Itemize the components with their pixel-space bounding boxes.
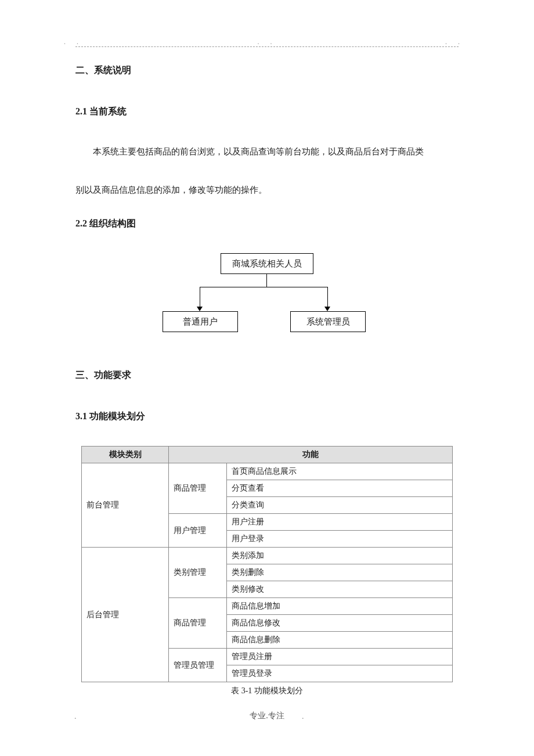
- org-line: [200, 287, 200, 308]
- arrow-icon: [197, 307, 203, 311]
- cell-func: 类别添加: [227, 548, 453, 564]
- heading-org-chart: 2.2 组织结构图: [75, 218, 459, 230]
- footer-text: 专业.专注: [0, 711, 534, 721]
- heading-func-req: 三、功能要求: [75, 369, 459, 381]
- cell-func: 用户登录: [227, 531, 453, 548]
- org-line: [200, 287, 327, 287]
- org-left-box: 普通用户: [163, 311, 238, 332]
- heading-func-modules: 3.1 功能模块划分: [75, 411, 459, 423]
- cell-func: 用户注册: [227, 514, 453, 531]
- org-line: [327, 287, 328, 308]
- cell-func: 分类查询: [227, 497, 453, 514]
- cell-sub: 商品管理: [169, 598, 227, 649]
- cell-func: 商品信息删除: [227, 632, 453, 649]
- org-chart: 商城系统相关人员 普通用户 系统管理员: [75, 253, 459, 346]
- cell-func: 商品信息增加: [227, 598, 453, 615]
- paragraph-line2: 别以及商品信息信息的添加，修改等功能的操作。: [75, 179, 459, 200]
- org-right-box: 系统管理员: [290, 311, 366, 332]
- org-top-box: 商城系统相关人员: [221, 253, 313, 274]
- heading-system-desc: 二、系统说明: [75, 64, 459, 77]
- cell-func: 类别删除: [227, 564, 453, 581]
- paragraph-line1: 本系统主要包括商品的前台浏览，以及商品查询等前台功能，以及商品后台对于商品类: [75, 141, 459, 162]
- cell-sub: 商品管理: [169, 463, 227, 514]
- cell-func: 管理员登录: [227, 665, 453, 682]
- footer-dot-right: .: [302, 712, 304, 721]
- table-row: 后台管理 类别管理 类别添加: [82, 548, 453, 564]
- cell-module: 前台管理: [82, 463, 169, 548]
- cell-sub: 类别管理: [169, 548, 227, 598]
- cell-func: 商品信息修改: [227, 615, 453, 632]
- cell-sub: 用户管理: [169, 514, 227, 548]
- heading-current-system: 2.1 当前系统: [75, 106, 459, 118]
- cell-sub: 管理员管理: [169, 649, 227, 682]
- cell-module: 后台管理: [82, 548, 169, 682]
- cell-func: 管理员注册: [227, 649, 453, 665]
- th-module: 模块类别: [82, 447, 169, 463]
- header-rule: . .: [75, 46, 459, 47]
- th-func: 功能: [169, 447, 453, 463]
- table-caption: 表 3-1 功能模块划分: [75, 686, 459, 696]
- cell-func: 分页查看: [227, 480, 453, 497]
- function-table: 模块类别 功能 前台管理 商品管理 首页商品信息展示 分页查看 分类查询 用户管…: [81, 446, 453, 682]
- org-line: [266, 274, 267, 287]
- cell-func: 类别修改: [227, 581, 453, 598]
- arrow-icon: [324, 307, 330, 311]
- cell-func: 首页商品信息展示: [227, 463, 453, 480]
- table-header-row: 模块类别 功能: [82, 447, 453, 463]
- table-row: 前台管理 商品管理 首页商品信息展示: [82, 463, 453, 480]
